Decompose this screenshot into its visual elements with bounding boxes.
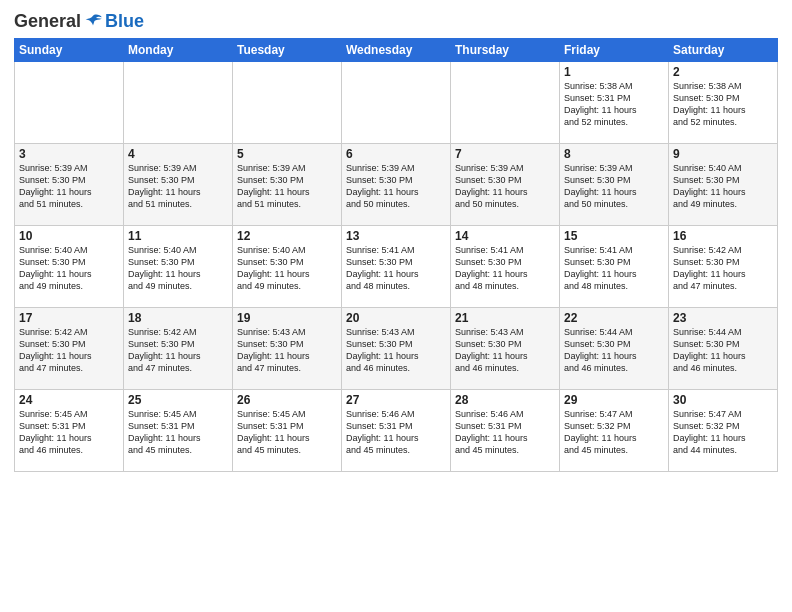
day-number: 2 <box>673 65 773 79</box>
page: General Blue SundayMondayTuesdayWednesda… <box>0 0 792 612</box>
day-info: Sunrise: 5:39 AM Sunset: 5:30 PM Dayligh… <box>346 162 446 211</box>
day-info: Sunrise: 5:44 AM Sunset: 5:30 PM Dayligh… <box>673 326 773 375</box>
calendar-cell: 11Sunrise: 5:40 AM Sunset: 5:30 PM Dayli… <box>124 226 233 308</box>
day-info: Sunrise: 5:45 AM Sunset: 5:31 PM Dayligh… <box>19 408 119 457</box>
day-number: 14 <box>455 229 555 243</box>
day-info: Sunrise: 5:42 AM Sunset: 5:30 PM Dayligh… <box>19 326 119 375</box>
day-number: 28 <box>455 393 555 407</box>
calendar-cell: 5Sunrise: 5:39 AM Sunset: 5:30 PM Daylig… <box>233 144 342 226</box>
calendar-cell: 18Sunrise: 5:42 AM Sunset: 5:30 PM Dayli… <box>124 308 233 390</box>
day-number: 7 <box>455 147 555 161</box>
day-info: Sunrise: 5:43 AM Sunset: 5:30 PM Dayligh… <box>237 326 337 375</box>
calendar-cell: 3Sunrise: 5:39 AM Sunset: 5:30 PM Daylig… <box>15 144 124 226</box>
logo: General Blue <box>14 10 144 32</box>
calendar-cell <box>233 62 342 144</box>
header-row: SundayMondayTuesdayWednesdayThursdayFrid… <box>15 39 778 62</box>
header: General Blue <box>14 10 778 32</box>
calendar-cell: 16Sunrise: 5:42 AM Sunset: 5:30 PM Dayli… <box>669 226 778 308</box>
day-info: Sunrise: 5:43 AM Sunset: 5:30 PM Dayligh… <box>346 326 446 375</box>
logo-blue-text: Blue <box>105 12 144 30</box>
day-number: 11 <box>128 229 228 243</box>
day-number: 12 <box>237 229 337 243</box>
day-info: Sunrise: 5:40 AM Sunset: 5:30 PM Dayligh… <box>128 244 228 293</box>
calendar-cell: 13Sunrise: 5:41 AM Sunset: 5:30 PM Dayli… <box>342 226 451 308</box>
calendar-cell: 12Sunrise: 5:40 AM Sunset: 5:30 PM Dayli… <box>233 226 342 308</box>
day-number: 30 <box>673 393 773 407</box>
calendar-cell: 14Sunrise: 5:41 AM Sunset: 5:30 PM Dayli… <box>451 226 560 308</box>
column-header-saturday: Saturday <box>669 39 778 62</box>
day-number: 10 <box>19 229 119 243</box>
day-info: Sunrise: 5:40 AM Sunset: 5:30 PM Dayligh… <box>237 244 337 293</box>
day-info: Sunrise: 5:42 AM Sunset: 5:30 PM Dayligh… <box>128 326 228 375</box>
column-header-monday: Monday <box>124 39 233 62</box>
calendar-cell: 23Sunrise: 5:44 AM Sunset: 5:30 PM Dayli… <box>669 308 778 390</box>
calendar-cell: 25Sunrise: 5:45 AM Sunset: 5:31 PM Dayli… <box>124 390 233 472</box>
column-header-thursday: Thursday <box>451 39 560 62</box>
day-number: 18 <box>128 311 228 325</box>
calendar-cell <box>15 62 124 144</box>
day-info: Sunrise: 5:46 AM Sunset: 5:31 PM Dayligh… <box>346 408 446 457</box>
day-info: Sunrise: 5:46 AM Sunset: 5:31 PM Dayligh… <box>455 408 555 457</box>
calendar-cell: 10Sunrise: 5:40 AM Sunset: 5:30 PM Dayli… <box>15 226 124 308</box>
day-number: 5 <box>237 147 337 161</box>
day-number: 9 <box>673 147 773 161</box>
day-number: 4 <box>128 147 228 161</box>
day-number: 22 <box>564 311 664 325</box>
day-info: Sunrise: 5:45 AM Sunset: 5:31 PM Dayligh… <box>128 408 228 457</box>
day-number: 8 <box>564 147 664 161</box>
logo-wordmark: General Blue <box>14 10 144 32</box>
day-info: Sunrise: 5:45 AM Sunset: 5:31 PM Dayligh… <box>237 408 337 457</box>
calendar-cell: 2Sunrise: 5:38 AM Sunset: 5:30 PM Daylig… <box>669 62 778 144</box>
calendar-cell: 24Sunrise: 5:45 AM Sunset: 5:31 PM Dayli… <box>15 390 124 472</box>
day-number: 26 <box>237 393 337 407</box>
column-header-tuesday: Tuesday <box>233 39 342 62</box>
calendar-cell: 29Sunrise: 5:47 AM Sunset: 5:32 PM Dayli… <box>560 390 669 472</box>
day-info: Sunrise: 5:38 AM Sunset: 5:30 PM Dayligh… <box>673 80 773 129</box>
calendar-cell <box>342 62 451 144</box>
day-info: Sunrise: 5:41 AM Sunset: 5:30 PM Dayligh… <box>455 244 555 293</box>
day-info: Sunrise: 5:39 AM Sunset: 5:30 PM Dayligh… <box>237 162 337 211</box>
day-number: 20 <box>346 311 446 325</box>
calendar-cell: 4Sunrise: 5:39 AM Sunset: 5:30 PM Daylig… <box>124 144 233 226</box>
calendar-cell: 7Sunrise: 5:39 AM Sunset: 5:30 PM Daylig… <box>451 144 560 226</box>
calendar-cell: 20Sunrise: 5:43 AM Sunset: 5:30 PM Dayli… <box>342 308 451 390</box>
day-number: 15 <box>564 229 664 243</box>
calendar-cell: 28Sunrise: 5:46 AM Sunset: 5:31 PM Dayli… <box>451 390 560 472</box>
calendar-cell: 30Sunrise: 5:47 AM Sunset: 5:32 PM Dayli… <box>669 390 778 472</box>
day-number: 16 <box>673 229 773 243</box>
day-number: 29 <box>564 393 664 407</box>
calendar-cell <box>451 62 560 144</box>
logo-bird-icon <box>82 10 104 32</box>
calendar-cell: 27Sunrise: 5:46 AM Sunset: 5:31 PM Dayli… <box>342 390 451 472</box>
calendar-cell: 22Sunrise: 5:44 AM Sunset: 5:30 PM Dayli… <box>560 308 669 390</box>
calendar-cell: 8Sunrise: 5:39 AM Sunset: 5:30 PM Daylig… <box>560 144 669 226</box>
day-info: Sunrise: 5:40 AM Sunset: 5:30 PM Dayligh… <box>673 162 773 211</box>
calendar-cell: 21Sunrise: 5:43 AM Sunset: 5:30 PM Dayli… <box>451 308 560 390</box>
day-info: Sunrise: 5:39 AM Sunset: 5:30 PM Dayligh… <box>19 162 119 211</box>
week-row-1: 1Sunrise: 5:38 AM Sunset: 5:31 PM Daylig… <box>15 62 778 144</box>
day-number: 17 <box>19 311 119 325</box>
week-row-2: 3Sunrise: 5:39 AM Sunset: 5:30 PM Daylig… <box>15 144 778 226</box>
day-info: Sunrise: 5:39 AM Sunset: 5:30 PM Dayligh… <box>455 162 555 211</box>
day-number: 3 <box>19 147 119 161</box>
day-number: 1 <box>564 65 664 79</box>
calendar-cell: 6Sunrise: 5:39 AM Sunset: 5:30 PM Daylig… <box>342 144 451 226</box>
day-number: 23 <box>673 311 773 325</box>
day-info: Sunrise: 5:38 AM Sunset: 5:31 PM Dayligh… <box>564 80 664 129</box>
calendar-cell: 17Sunrise: 5:42 AM Sunset: 5:30 PM Dayli… <box>15 308 124 390</box>
day-number: 27 <box>346 393 446 407</box>
day-info: Sunrise: 5:41 AM Sunset: 5:30 PM Dayligh… <box>564 244 664 293</box>
day-number: 25 <box>128 393 228 407</box>
day-number: 19 <box>237 311 337 325</box>
day-number: 13 <box>346 229 446 243</box>
day-number: 24 <box>19 393 119 407</box>
day-info: Sunrise: 5:47 AM Sunset: 5:32 PM Dayligh… <box>673 408 773 457</box>
column-header-sunday: Sunday <box>15 39 124 62</box>
column-header-friday: Friday <box>560 39 669 62</box>
week-row-3: 10Sunrise: 5:40 AM Sunset: 5:30 PM Dayli… <box>15 226 778 308</box>
calendar-cell: 1Sunrise: 5:38 AM Sunset: 5:31 PM Daylig… <box>560 62 669 144</box>
calendar-cell: 26Sunrise: 5:45 AM Sunset: 5:31 PM Dayli… <box>233 390 342 472</box>
day-number: 21 <box>455 311 555 325</box>
calendar-cell <box>124 62 233 144</box>
day-info: Sunrise: 5:40 AM Sunset: 5:30 PM Dayligh… <box>19 244 119 293</box>
